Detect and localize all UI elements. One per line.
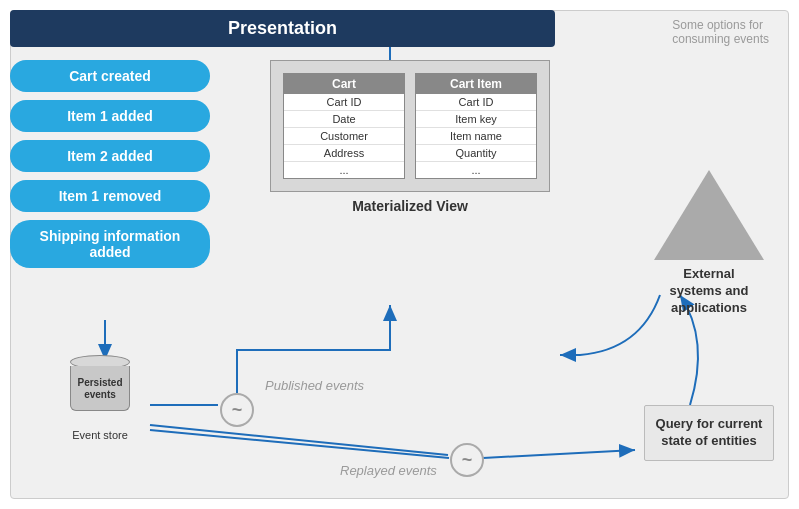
external-systems-container: Externalsystems andapplications [649, 170, 769, 317]
cart-item-table: Cart Item Cart IDItem keyItem nameQuanti… [415, 73, 537, 179]
cart-item-table-row: Item name [416, 128, 536, 145]
cylinder: Persistedevents [65, 355, 135, 425]
triangle-icon [654, 170, 764, 260]
event-pill: Item 1 added [10, 100, 210, 132]
cylinder-body: Persistedevents [70, 366, 130, 411]
presentation-header: Presentation [10, 10, 555, 47]
cart-item-rows: Cart IDItem keyItem nameQuantity... [416, 94, 536, 178]
tilde-circle-replayed: ~ [450, 443, 484, 477]
cart-table-row: Date [284, 111, 404, 128]
event-store-container: Persistedevents Event store [50, 355, 150, 441]
query-label: Query for current state of entities [656, 416, 763, 448]
main-container: Some options for consuming events Presen… [0, 0, 799, 509]
cylinder-label: Persistedevents [77, 377, 122, 401]
query-box: Query for current state of entities [644, 405, 774, 461]
cart-item-table-row: ... [416, 162, 536, 178]
cart-item-table-row: Cart ID [416, 94, 536, 111]
some-options-label: Some options for consuming events [672, 18, 769, 46]
cart-table-header: Cart [284, 74, 404, 94]
cart-table: Cart Cart IDDateCustomerAddress... [283, 73, 405, 179]
cart-item-table-header: Cart Item [416, 74, 536, 94]
replayed-events-label: Replayed events [340, 463, 437, 478]
tilde-published: ~ [220, 393, 254, 427]
cart-item-table-row: Item key [416, 111, 536, 128]
event-pill: Cart created [10, 60, 210, 92]
events-column: Cart createdItem 1 addedItem 2 addedItem… [10, 60, 210, 268]
mat-view-box: Cart Cart IDDateCustomerAddress... Cart … [270, 60, 550, 192]
cart-table-row: Customer [284, 128, 404, 145]
cart-table-row: Address [284, 145, 404, 162]
cart-rows: Cart IDDateCustomerAddress... [284, 94, 404, 178]
event-pill: Item 1 removed [10, 180, 210, 212]
tilde-replayed: ~ [450, 443, 484, 477]
event-store-text: Event store [72, 429, 128, 441]
cart-table-row: ... [284, 162, 404, 178]
tilde-circle-published: ~ [220, 393, 254, 427]
published-events-label: Published events [265, 378, 364, 393]
cart-item-table-row: Quantity [416, 145, 536, 162]
mat-view-label: Materialized View [270, 198, 550, 214]
materialized-view-container: Cart Cart IDDateCustomerAddress... Cart … [270, 60, 550, 214]
event-pill: Shipping information added [10, 220, 210, 268]
event-pill: Item 2 added [10, 140, 210, 172]
external-label: Externalsystems andapplications [670, 266, 749, 317]
cart-table-row: Cart ID [284, 94, 404, 111]
